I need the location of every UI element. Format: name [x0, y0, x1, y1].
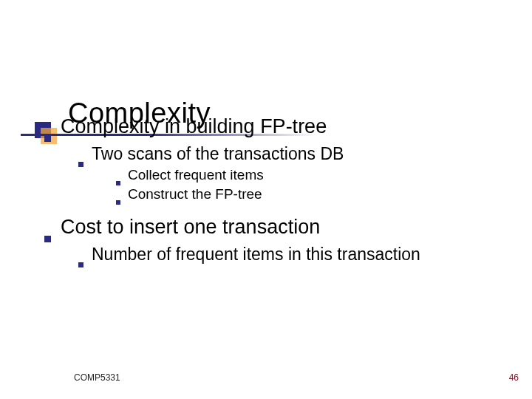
bullet-text: Construct the FP-tree — [128, 186, 262, 202]
bullet-icon — [78, 262, 83, 267]
bullet-icon — [116, 200, 120, 205]
bullet-icon — [116, 181, 120, 185]
bullet-text: Cost to insert one transaction — [61, 216, 320, 239]
bullet-icon — [78, 162, 83, 167]
bullet-text: Number of frequent items in this transac… — [92, 245, 420, 265]
bullet-text: Two scans of the transactions DB — [92, 144, 344, 164]
footer-course-code: COMP5331 — [74, 372, 120, 383]
bullet-icon — [44, 236, 51, 242]
bullet-text: Complexity in building FP-tree — [61, 115, 327, 138]
slide-body: Complexity in building FP-tree Two scans… — [44, 111, 517, 272]
bullet-text: Collect frequent items — [128, 167, 264, 183]
footer-page-number: 46 — [509, 372, 519, 383]
bullet-icon — [44, 135, 51, 142]
